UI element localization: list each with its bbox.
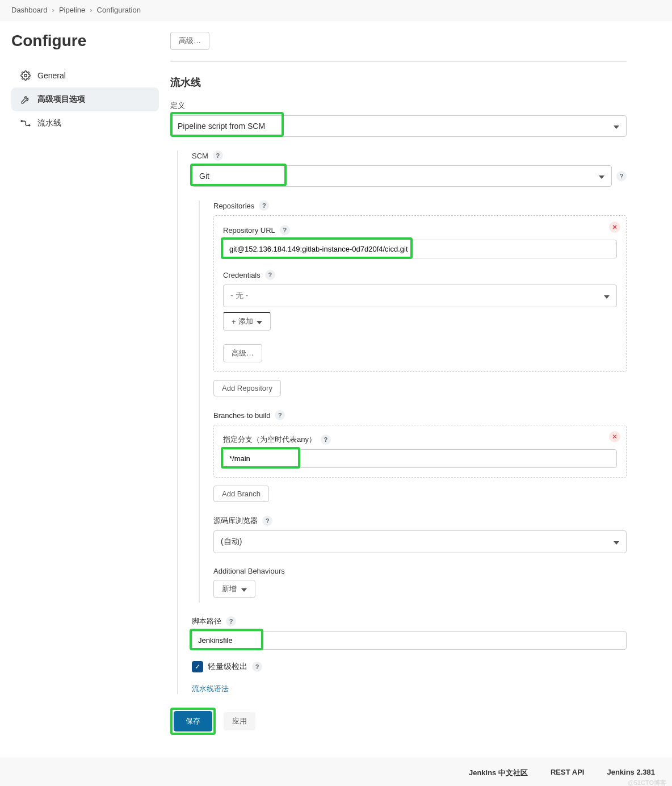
select-value: Pipeline script from SCM <box>178 122 265 131</box>
lightweight-checkout-row: ✓ 轻量级检出 ? <box>192 661 627 672</box>
delete-button[interactable]: ✕ <box>609 431 620 442</box>
help-icon[interactable]: ? <box>616 171 627 181</box>
select-value: Git <box>199 172 209 181</box>
chevron-down-icon <box>241 585 247 593</box>
pipeline-syntax-link[interactable]: 流水线语法 <box>192 684 627 694</box>
branch-block: ✕ 指定分支（为空时代表any） ? <box>213 425 627 478</box>
add-repository-button[interactable]: Add Repository <box>213 380 281 396</box>
svg-point-0 <box>24 74 27 77</box>
branch-input[interactable] <box>223 449 617 468</box>
chevron-right-icon: › <box>90 6 92 14</box>
repo-advanced-button[interactable]: 高级… <box>223 344 262 362</box>
save-button[interactable]: 保存 <box>174 711 212 731</box>
scm-label: SCM <box>192 152 208 160</box>
breadcrumb-item[interactable]: Configuration <box>97 6 141 14</box>
help-icon[interactable]: ? <box>265 270 275 280</box>
definition-select[interactable]: Pipeline script from SCM <box>170 115 627 137</box>
sidebar-item-advanced-options[interactable]: 高级项目选项 <box>11 87 159 111</box>
chevron-down-icon <box>614 122 619 131</box>
add-credentials-button[interactable]: + 添加 <box>223 312 271 331</box>
scm-select[interactable]: Git <box>192 165 612 187</box>
script-path-input[interactable] <box>192 631 627 650</box>
watermark: @51CTO博客 <box>628 779 666 786</box>
add-behaviour-button[interactable]: 新增 <box>213 580 255 598</box>
help-icon[interactable]: ? <box>259 200 269 211</box>
chevron-right-icon: › <box>52 6 54 14</box>
gear-icon <box>20 70 31 81</box>
button-label: 新增 <box>222 584 237 594</box>
repositories-label: Repositories <box>213 202 254 210</box>
divider <box>170 61 627 62</box>
plus-icon: + <box>232 317 236 326</box>
breadcrumb: Dashboard › Pipeline › Configuration <box>0 0 672 20</box>
breadcrumb-item[interactable]: Dashboard <box>11 6 48 14</box>
lightweight-label: 轻量级检出 <box>208 662 247 672</box>
footer-community-link[interactable]: Jenkins 中文社区 <box>469 768 528 778</box>
credentials-label: Credentials <box>223 271 261 279</box>
wrench-icon <box>20 94 31 104</box>
help-icon[interactable]: ? <box>321 434 331 445</box>
sidebar-item-general[interactable]: General <box>11 64 159 87</box>
chevron-down-icon <box>614 537 619 546</box>
repo-browser-label: 源码库浏览器 <box>213 516 258 526</box>
sidebar-item-label: 流水线 <box>37 118 61 128</box>
help-icon[interactable]: ? <box>280 225 290 235</box>
pipeline-icon <box>20 118 31 128</box>
credentials-select[interactable]: - 无 - <box>223 285 617 307</box>
repo-url-label: Repository URL <box>223 226 275 235</box>
main-content: 高级… 流水线 定义 Pipeline script from SCM SCM … <box>170 20 672 758</box>
chevron-down-icon <box>599 172 604 181</box>
add-branch-button[interactable]: Add Branch <box>213 486 269 502</box>
branch-spec-label: 指定分支（为空时代表any） <box>223 434 316 445</box>
help-icon[interactable]: ? <box>226 616 236 626</box>
pipeline-heading: 流水线 <box>170 76 627 89</box>
select-value: (自动) <box>221 537 242 547</box>
sidebar: Configure General 高级项目选项 流水线 <box>0 20 170 758</box>
chevron-down-icon <box>257 317 262 326</box>
repository-block: ✕ Repository URL ? Credentials ? - 无 <box>213 215 627 372</box>
repo-url-input[interactable] <box>223 240 617 258</box>
definition-label: 定义 <box>170 101 627 111</box>
delete-button[interactable]: ✕ <box>609 221 620 233</box>
lightweight-checkbox[interactable]: ✓ <box>192 661 203 672</box>
behaviours-label: Additional Behaviours <box>213 567 627 575</box>
branches-label: Branches to build <box>213 411 270 420</box>
help-icon[interactable]: ? <box>275 410 285 420</box>
button-label: 添加 <box>238 316 253 327</box>
footer-rest-api-link[interactable]: REST API <box>551 768 584 778</box>
sidebar-item-label: General <box>37 71 66 80</box>
advanced-button[interactable]: 高级… <box>170 32 209 50</box>
chevron-down-icon <box>604 291 610 300</box>
sidebar-item-label: 高级项目选项 <box>37 94 85 104</box>
script-path-label: 脚本路径 <box>192 616 221 626</box>
page-title: Configure <box>11 32 159 50</box>
apply-button[interactable]: 应用 <box>224 712 255 730</box>
help-icon[interactable]: ? <box>252 662 262 672</box>
footer-version: Jenkins 2.381 <box>607 768 655 778</box>
footer: Jenkins 中文社区 REST API Jenkins 2.381 @51C… <box>0 758 672 786</box>
sidebar-item-pipeline[interactable]: 流水线 <box>11 111 159 135</box>
help-icon[interactable]: ? <box>262 516 272 526</box>
help-icon[interactable]: ? <box>213 150 223 161</box>
select-value: - 无 - <box>230 291 248 301</box>
repo-browser-select[interactable]: (自动) <box>213 530 627 553</box>
breadcrumb-item[interactable]: Pipeline <box>59 6 85 14</box>
save-highlight: 保存 <box>170 708 216 735</box>
